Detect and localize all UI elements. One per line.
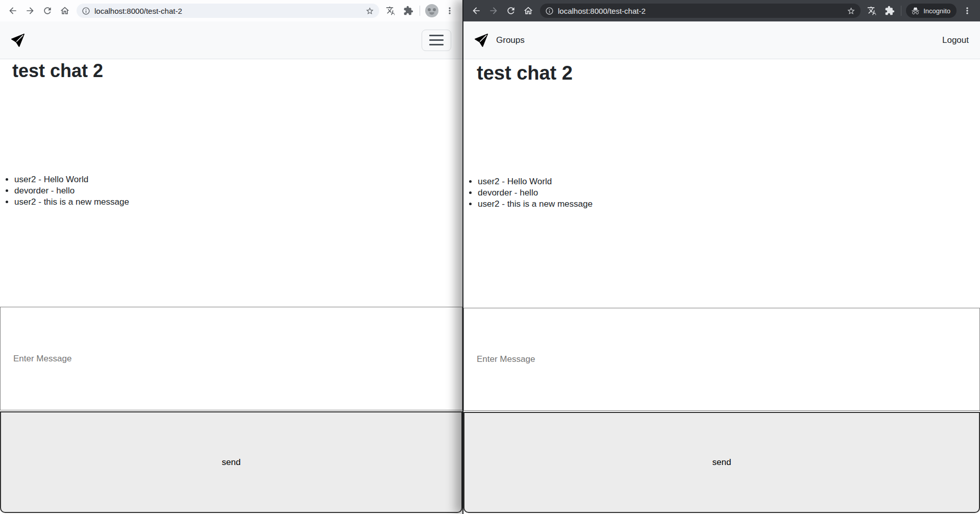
toolbar-separator (420, 6, 420, 16)
reload-button[interactable] (502, 2, 520, 19)
home-button[interactable] (520, 2, 537, 19)
message-list: user2 - Hello World devorder - hello use… (463, 176, 980, 210)
back-arrow-icon (471, 6, 481, 16)
translate-button[interactable] (864, 2, 881, 19)
hamburger-icon (429, 39, 444, 41)
url-text[interactable]: localhost:8000/test-chat-2 (94, 7, 182, 15)
page-title: test chat 2 (12, 60, 103, 82)
url-text[interactable]: localhost:8000/test-chat-2 (558, 7, 646, 15)
forward-button[interactable] (21, 2, 39, 19)
incognito-icon (911, 7, 920, 15)
reload-icon (42, 6, 53, 16)
forward-button[interactable] (485, 2, 502, 19)
message-input[interactable] (463, 308, 980, 411)
app-navbar: Groups Logout (463, 21, 980, 59)
message-item: devorder - hello (478, 187, 980, 199)
message-list: user2 - Hello World devorder - hello use… (0, 174, 462, 208)
message-item: devorder - hello (14, 185, 462, 197)
paper-plane-icon (475, 34, 488, 47)
paper-plane-icon (11, 34, 24, 47)
back-button[interactable] (468, 2, 485, 19)
extensions-puzzle-icon (885, 6, 895, 16)
page-title: test chat 2 (477, 62, 573, 84)
message-item: user2 - this is a new message (478, 199, 980, 210)
reload-button[interactable] (39, 2, 56, 19)
three-dots-menu-icon (445, 6, 455, 16)
app-navbar (0, 21, 462, 59)
three-dots-menu-icon (962, 6, 972, 16)
message-item: user2 - this is a new message (14, 197, 462, 208)
navbar-toggler-button[interactable] (422, 30, 451, 51)
nav-link-groups[interactable]: Groups (496, 35, 525, 45)
forward-arrow-icon (25, 6, 35, 16)
toolbar-separator (901, 6, 901, 16)
translate-icon (867, 6, 877, 16)
incognito-badge: Incognito (906, 4, 957, 18)
avatar-eye (433, 8, 436, 11)
translate-button[interactable] (382, 2, 400, 19)
address-bar[interactable]: localhost:8000/test-chat-2 (540, 4, 861, 18)
home-button[interactable] (56, 2, 74, 19)
home-icon (60, 6, 70, 16)
browser-window-right: localhost:8000/test-chat-2 Incognito Gro… (462, 0, 980, 514)
brand-link[interactable] (475, 34, 488, 47)
address-bar[interactable]: localhost:8000/test-chat-2 (77, 4, 379, 18)
home-icon (523, 6, 533, 16)
message-item: user2 - Hello World (478, 176, 980, 187)
reload-icon (506, 6, 516, 16)
back-button[interactable] (4, 2, 21, 19)
browser-toolbar: localhost:8000/test-chat-2 Incognito (463, 0, 980, 21)
brand-link[interactable] (11, 34, 24, 47)
forward-arrow-icon (488, 6, 499, 16)
logout-link[interactable]: Logout (942, 35, 969, 45)
hamburger-icon (429, 44, 444, 45)
extensions-puzzle-icon (403, 6, 413, 16)
profile-avatar[interactable] (425, 4, 438, 17)
back-arrow-icon (8, 6, 18, 16)
browser-toolbar: localhost:8000/test-chat-2 (0, 0, 462, 21)
avatar-eye (428, 8, 431, 11)
message-input[interactable] (0, 307, 462, 410)
browser-menu-button[interactable] (959, 2, 976, 19)
hamburger-icon (429, 35, 444, 36)
site-info-icon[interactable] (545, 7, 554, 15)
avatar-mouth (429, 12, 434, 15)
bookmark-star-icon[interactable] (365, 7, 374, 15)
browser-menu-button[interactable] (441, 2, 458, 19)
browser-window-left: localhost:8000/test-chat-2 test chat 2 (0, 0, 462, 514)
incognito-label: Incognito (923, 7, 950, 15)
bookmark-star-icon[interactable] (847, 7, 855, 15)
extensions-button[interactable] (400, 2, 417, 19)
message-item: user2 - Hello World (14, 174, 462, 185)
send-button[interactable]: send (463, 412, 980, 513)
translate-icon (386, 6, 396, 16)
send-button[interactable]: send (0, 411, 462, 513)
extensions-button[interactable] (881, 2, 898, 19)
site-info-icon[interactable] (82, 7, 90, 15)
